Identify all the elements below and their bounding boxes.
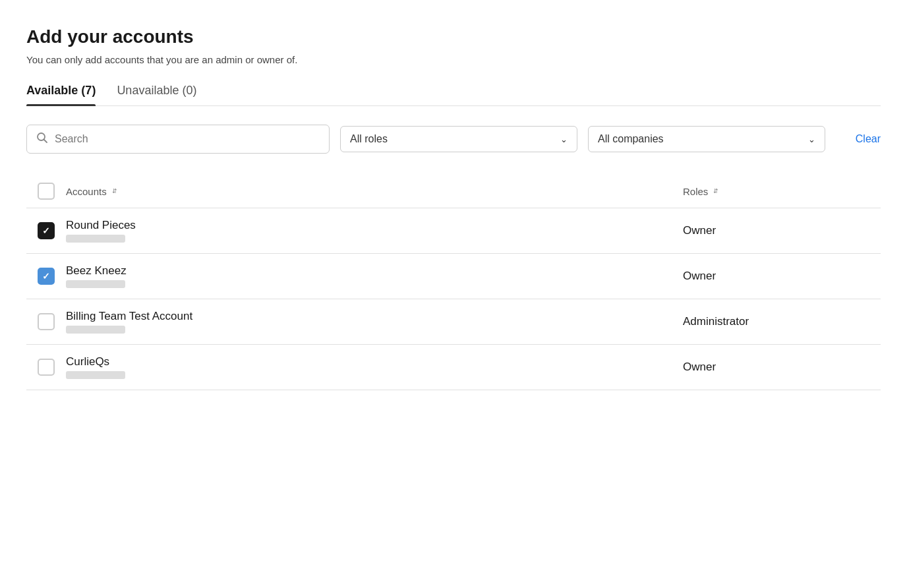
page-title: Add your accounts bbox=[26, 26, 881, 47]
row-checkbox-beez-kneez[interactable]: ✓ bbox=[38, 268, 55, 285]
row-checkbox-round-pieces[interactable]: ✓ bbox=[38, 222, 55, 239]
filters-bar: All roles ⌄ All companies ⌄ Clear bbox=[26, 125, 881, 154]
checkmark-icon: ✓ bbox=[42, 271, 50, 281]
table-row: ✓ Round Pieces Owner bbox=[26, 208, 881, 254]
roles-dropdown[interactable]: All roles ⌄ bbox=[340, 126, 577, 152]
table-row: ✓ Beez Kneez Owner bbox=[26, 254, 881, 299]
tabs-container: Available (7) Unavailable (0) bbox=[26, 84, 881, 106]
account-url-blur bbox=[66, 280, 125, 288]
account-role: Owner bbox=[683, 224, 716, 237]
account-info-curlieqs: CurlieQs bbox=[66, 355, 125, 379]
companies-dropdown[interactable]: All companies ⌄ bbox=[588, 126, 825, 152]
roles-dropdown-arrow: ⌄ bbox=[560, 134, 568, 144]
roles-column-header: Roles ⇵ bbox=[683, 186, 881, 197]
header-checkbox-col bbox=[26, 183, 66, 200]
account-url-blur bbox=[66, 235, 125, 243]
accounts-sort-icon[interactable]: ⇵ bbox=[112, 189, 117, 194]
table-row: Billing Team Test Account Administrator bbox=[26, 299, 881, 345]
roles-sort-icon[interactable]: ⇵ bbox=[713, 189, 718, 194]
account-info-billing-team: Billing Team Test Account bbox=[66, 310, 192, 334]
accounts-column-header: Accounts ⇵ bbox=[66, 186, 683, 197]
page-subtitle: You can only add accounts that you are a… bbox=[26, 54, 881, 65]
roles-dropdown-label: All roles bbox=[350, 133, 388, 145]
checkmark-icon: ✓ bbox=[42, 225, 50, 236]
clear-button[interactable]: Clear bbox=[856, 133, 881, 145]
account-role: Owner bbox=[683, 361, 716, 374]
tab-available[interactable]: Available (7) bbox=[26, 84, 96, 105]
account-name: CurlieQs bbox=[66, 355, 125, 368]
search-box[interactable] bbox=[26, 125, 330, 154]
companies-dropdown-label: All companies bbox=[598, 133, 664, 145]
account-role: Owner bbox=[683, 270, 716, 283]
table-row: CurlieQs Owner bbox=[26, 345, 881, 390]
table-header: Accounts ⇵ Roles ⇵ bbox=[26, 175, 881, 208]
account-info-beez-kneez: Beez Kneez bbox=[66, 264, 127, 288]
account-url-blur bbox=[66, 371, 125, 379]
account-role: Administrator bbox=[683, 315, 749, 328]
row-checkbox-billing-team[interactable] bbox=[38, 313, 55, 330]
select-all-checkbox[interactable] bbox=[38, 183, 55, 200]
svg-line-1 bbox=[44, 140, 47, 143]
search-input[interactable] bbox=[55, 133, 320, 145]
row-checkbox-curlieqs[interactable] bbox=[38, 359, 55, 376]
search-icon bbox=[36, 132, 48, 146]
companies-dropdown-arrow: ⌄ bbox=[808, 134, 815, 144]
tab-unavailable[interactable]: Unavailable (0) bbox=[117, 84, 196, 105]
accounts-table: Accounts ⇵ Roles ⇵ ✓ Round Pieces Owner bbox=[26, 175, 881, 390]
account-name: Beez Kneez bbox=[66, 264, 127, 278]
account-name: Round Pieces bbox=[66, 219, 136, 232]
account-name: Billing Team Test Account bbox=[66, 310, 192, 323]
account-info-round-pieces: Round Pieces bbox=[66, 219, 136, 243]
account-url-blur bbox=[66, 326, 125, 334]
